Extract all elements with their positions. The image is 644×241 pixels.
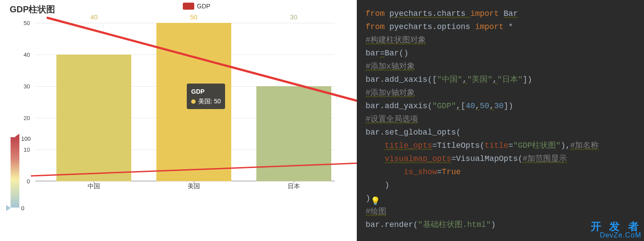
x-tick-label: 美国 (156, 183, 231, 190)
code-line: )💡 (366, 192, 635, 205)
tooltip-value: 50 (214, 98, 221, 105)
visualmap-handle-bottom-icon[interactable] (6, 205, 11, 211)
code-line: from pyecharts.options import * (366, 20, 635, 33)
chart-panel: GDP柱状图 GDP 01020304050405030 GDP 美国: 50 … (0, 0, 357, 241)
grid-line (35, 181, 335, 182)
code-line: bar=Bar() (366, 47, 635, 60)
code-line: #设置全局选项 (366, 113, 635, 126)
code-line: bar.add_yaxis("GDP",[40,50,30]) (366, 99, 635, 113)
code-line: bar.add_xaxis(["中国","美国","日本"]) (366, 73, 635, 86)
bar-value-label: 30 (256, 13, 331, 86)
visualmap-handle-top-icon[interactable] (15, 134, 19, 140)
tooltip: GDP 美国: 50 (187, 84, 225, 109)
tooltip-name: 美国 (198, 98, 211, 105)
code-line: bar.set_global_opts( (366, 126, 635, 139)
legend[interactable]: GDP (183, 3, 210, 10)
code-panel: from pyecharts.charts import Barfrom pye… (357, 0, 644, 241)
bar[interactable] (256, 86, 331, 181)
code-line: #添加y轴对象 (366, 86, 635, 99)
code-line: from pyecharts.charts import Bar (366, 7, 635, 20)
code-line: visualmap_opts=VisualMapOpts(#加范围显示 (366, 152, 635, 165)
y-tick-label: 30 (17, 83, 30, 90)
legend-swatch (183, 3, 194, 10)
code-line: title_opts=TitleOpts(title="GDP柱状图"),#加名… (366, 139, 635, 152)
code-line: ) (366, 179, 635, 192)
visualmap-max: 100 (21, 135, 31, 142)
x-tick-label: 中国 (56, 183, 131, 190)
watermark-line2: DevZe.CoM (591, 232, 641, 239)
code-line: #绘图 (366, 205, 635, 218)
watermark: 开 发 者 DevZe.CoM (591, 221, 641, 239)
y-tick-label: 50 (17, 20, 30, 26)
visualmap-min: 0 (21, 205, 24, 212)
bar[interactable] (56, 55, 131, 181)
plot-area: 01020304050405030 (35, 23, 335, 181)
x-tick-label: 日本 (256, 183, 331, 190)
tooltip-dot-icon (191, 99, 196, 104)
chart-title: GDP柱状图 (10, 4, 55, 15)
code-line: #添加x轴对象 (366, 60, 635, 73)
code-line: is_show=True (366, 165, 635, 179)
tooltip-row: 美国: 50 (191, 97, 221, 106)
bar-value-label: 50 (156, 13, 231, 23)
y-tick-label: 20 (17, 115, 30, 121)
code-line: #构建柱状图对象 (366, 33, 635, 47)
tooltip-series: GDP (191, 87, 221, 96)
legend-label: GDP (197, 3, 210, 10)
watermark-line1: 开 发 者 (591, 221, 641, 232)
bar-value-label: 40 (56, 13, 131, 55)
y-tick-label: 40 (17, 51, 30, 58)
visualmap-gradient[interactable] (11, 137, 19, 208)
